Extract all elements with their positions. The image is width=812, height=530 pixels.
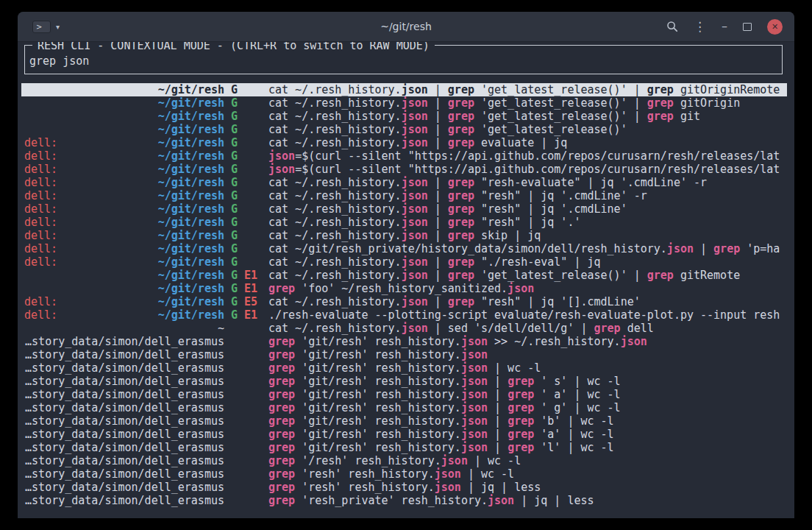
status-flags: G	[224, 83, 268, 96]
row-location: …story_data/simon/dell_erasmus	[24, 494, 224, 507]
history-row[interactable]: dell:~/git/reshGE5cat ~/.resh_history.js…	[21, 295, 787, 308]
history-row[interactable]: …story_data/simon/dell_erasmusgrep 'git/…	[21, 441, 787, 454]
flag-G: G	[231, 282, 238, 295]
flag-E5: E5	[244, 295, 257, 308]
match-highlight: grep	[508, 388, 534, 401]
history-row[interactable]: …story_data/simon/dell_erasmusgrep 'git/…	[21, 414, 787, 428]
history-row[interactable]: dell:~/git/reshGcat ~/.resh_history.json…	[21, 216, 787, 229]
panel-title: RESH CLI - CONTEXTUAL MODE - (CTRL+R to …	[32, 42, 435, 52]
row-location: …story_data/simon/dell_erasmus	[24, 388, 224, 401]
history-row[interactable]: dell:~/git/reshGcat ~/.resh_history.json…	[21, 229, 787, 242]
pwd-label: ~/git/resh	[158, 96, 224, 110]
history-row[interactable]: …story_data/simon/dell_erasmusgrep 'git/…	[21, 401, 787, 414]
command-text: grep 'resh' resh_history.json | wc -l	[268, 467, 784, 481]
terminal-window: > ▾ ~/git/resh ⋮ – ✕	[18, 12, 794, 518]
command-text: grep 'git/resh' resh_history.json | grep…	[268, 441, 784, 454]
history-row[interactable]: dell:~/git/reshGcat ~/.resh_history.json…	[21, 202, 787, 216]
history-row-selected[interactable]: ~/git/reshGcat ~/.resh_history.json | gr…	[21, 83, 787, 96]
history-row[interactable]: …story_data/simon/dell_erasmusgrep '/res…	[21, 454, 787, 467]
row-location: ~	[24, 322, 224, 335]
close-button[interactable]: ✕	[767, 19, 783, 35]
history-row[interactable]: dell:~/git/reshGcat ~/git/resh_private/h…	[21, 242, 787, 255]
history-row[interactable]: ~/git/reshGcat ~/.resh_history.json | gr…	[21, 110, 787, 123]
flag-G: G	[231, 308, 238, 322]
status-flags	[224, 494, 268, 507]
status-flags: G	[224, 136, 268, 149]
host-label: dell:	[24, 216, 57, 229]
history-row[interactable]: …story_data/simon/dell_erasmusgrep 'resh…	[21, 481, 787, 494]
history-row[interactable]: dell:~/git/reshGcat ~/.resh_history.json…	[21, 176, 787, 189]
history-row[interactable]: dell:~/git/reshGE1./resh-evaluate --plot…	[21, 308, 787, 322]
command-text: grep 'resh' resh_history.json | jq | les…	[268, 481, 784, 494]
status-flags: G	[224, 242, 268, 255]
match-highlight: json	[461, 414, 488, 428]
command-text: grep 'git/resh' resh_history.json | grep…	[268, 414, 784, 428]
pwd-label: …story_data/simon/dell_erasmus	[25, 375, 224, 388]
history-row[interactable]: dell:~/git/reshGjson=$(curl --silent "ht…	[21, 149, 787, 163]
match-highlight: grep	[508, 428, 534, 441]
window-controls: ⋮ – ✕	[666, 19, 783, 35]
flag-G: G	[231, 163, 238, 176]
history-row[interactable]: …story_data/simon/dell_erasmusgrep 'git/…	[21, 428, 787, 441]
history-row[interactable]: dell:~/git/reshGjson=$(curl --silent "ht…	[21, 163, 787, 176]
history-row[interactable]: …story_data/simon/dell_erasmusgrep 'git/…	[21, 335, 787, 348]
match-highlight: json	[435, 481, 461, 494]
row-location: ~/git/resh	[24, 83, 224, 96]
menu-icon[interactable]: ⋮	[694, 21, 706, 33]
history-row[interactable]: dell:~/git/reshGcat ~/.resh_history.json…	[21, 189, 787, 202]
status-flags: G	[224, 255, 268, 269]
match-highlight: grep	[268, 414, 295, 428]
history-row[interactable]: …story_data/simon/dell_erasmusgrep 'git/…	[21, 388, 787, 401]
history-row[interactable]: dell:~/git/reshGcat ~/.resh_history.json…	[21, 255, 787, 269]
history-row[interactable]: ~/git/reshGE1cat ~/.resh_history.json | …	[21, 269, 787, 282]
history-row[interactable]: ~/git/reshGcat ~/.resh_history.json | gr…	[21, 123, 787, 136]
match-highlight: grep	[594, 322, 621, 335]
command-text: grep 'git/resh' resh_history.json | grep…	[268, 375, 784, 388]
flag-G: G	[231, 83, 238, 96]
status-flags: G	[224, 110, 268, 123]
host-label: dell:	[24, 136, 57, 149]
match-highlight: grep	[448, 123, 474, 136]
command-text: cat ~/.resh_history.json | grep 'get_lat…	[268, 269, 784, 282]
command-text: grep 'git/resh' resh_history.json >> ~/.…	[268, 335, 784, 348]
command-text: grep 'git/resh' resh_history.json	[268, 348, 784, 361]
minimize-icon[interactable]: –	[722, 21, 727, 32]
pwd-label: ~/git/resh	[158, 110, 224, 123]
history-row[interactable]: ~/git/reshGE1grep 'foo' ~/resh_history_s…	[21, 282, 787, 295]
command-text: cat ~/.resh_history.json | grep "resh" |…	[268, 216, 784, 229]
match-highlight: grep	[448, 202, 474, 216]
match-highlight: grep	[268, 441, 295, 454]
search-icon[interactable]	[666, 21, 678, 32]
pwd-label: …story_data/simon/dell_erasmus	[25, 348, 224, 361]
host-label: dell:	[24, 295, 57, 308]
match-highlight: grep	[448, 96, 474, 110]
history-row[interactable]: …story_data/simon/dell_erasmusgrep 'resh…	[21, 494, 787, 507]
history-row[interactable]: …story_data/simon/dell_erasmusgrep 'resh…	[21, 467, 787, 481]
host-label: dell:	[24, 176, 57, 189]
match-highlight: grep	[448, 176, 474, 189]
host-label: dell:	[24, 189, 57, 202]
titlebar[interactable]: > ▾ ~/git/resh ⋮ – ✕	[18, 12, 794, 42]
match-highlight: grep	[448, 110, 474, 123]
chevron-down-icon[interactable]: ▾	[56, 23, 60, 31]
flag-G: G	[231, 136, 238, 149]
row-location: dell:~/git/resh	[24, 308, 224, 322]
restore-window-icon[interactable]	[743, 23, 752, 31]
command-text: grep 'git/resh' resh_history.json | grep…	[268, 401, 784, 414]
status-flags: G	[224, 96, 268, 110]
status-flags	[224, 361, 268, 375]
match-highlight: json	[461, 388, 488, 401]
new-terminal-button[interactable]: >	[32, 21, 51, 33]
history-row[interactable]: …story_data/simon/dell_erasmusgrep 'git/…	[21, 361, 787, 375]
match-highlight: grep	[508, 375, 534, 388]
pwd-label: …story_data/simon/dell_erasmus	[25, 388, 224, 401]
history-row[interactable]: …story_data/simon/dell_erasmusgrep 'git/…	[21, 348, 787, 361]
history-row[interactable]: ~/git/reshGcat ~/.resh_history.json | gr…	[21, 96, 787, 110]
row-location: dell:~/git/resh	[24, 295, 224, 308]
match-highlight: json	[402, 110, 428, 123]
history-row[interactable]: dell:~/git/reshGcat ~/.resh_history.json…	[21, 136, 787, 149]
history-row[interactable]: ~cat ~/.resh_history.json | sed 's/dell/…	[21, 322, 787, 335]
command-text: cat ~/.resh_history.json | grep evaluate…	[268, 136, 784, 149]
history-row[interactable]: …story_data/simon/dell_erasmusgrep 'git/…	[21, 375, 787, 388]
flag-E1: E1	[244, 308, 257, 322]
